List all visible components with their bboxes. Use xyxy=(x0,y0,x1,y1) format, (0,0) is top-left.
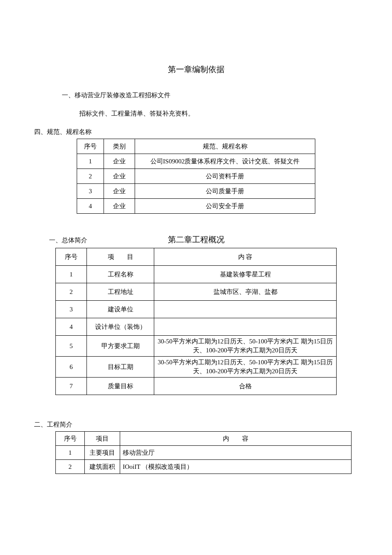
table-row: 1 主要项目 移动营业厅 xyxy=(56,446,352,460)
section4-label: 四、规范、规程名称 xyxy=(34,128,358,136)
col-item: 项目 xyxy=(85,432,120,446)
table-header-row: 序号 项 目 内 容 xyxy=(56,248,337,266)
chapter1-title: 第一章编制依据 xyxy=(34,64,358,75)
standards-table: 序号 类别 规范、规程名称 1 企业 公司IS09002质量体系程序文件、设计交… xyxy=(77,139,315,214)
table-row: 2 企业 公司资料手册 xyxy=(77,169,315,184)
table-row: 3 企业 公司质量手册 xyxy=(77,184,315,199)
col-seq: 序号 xyxy=(56,248,87,266)
chapter1-line1: 一、移动营业厅装修改造工程招标文件 xyxy=(62,91,358,99)
table-row: 2 工程地址 盐城市区、亭湖、盐都 xyxy=(56,283,337,301)
table-header-row: 序号 项目 内 容 xyxy=(56,432,352,446)
table-row: 2 建筑面积 IOoiIT （模拟改造项目） xyxy=(56,460,352,474)
table-row: 4 设计单位（装饰） xyxy=(56,318,337,336)
table-row: 4 企业 公司安全手册 xyxy=(77,199,315,214)
col-seq: 序号 xyxy=(56,432,85,446)
col-cat: 类别 xyxy=(104,139,135,154)
table-header-row: 序号 类别 规范、规程名称 xyxy=(77,139,315,154)
col-item: 项 目 xyxy=(87,248,154,266)
table-row: 3 建设单位 xyxy=(56,301,337,318)
chapter2-heading-block: 第二章工程概况 一、总体简介 xyxy=(34,234,358,245)
col-content: 内 容 xyxy=(120,432,352,446)
project-intro-label: 二、工程简介 xyxy=(34,421,358,429)
chapter1-line2: 招标文件、工程量清单、答疑补充资料。 xyxy=(79,110,358,118)
col-name: 规范、规程名称 xyxy=(135,139,315,154)
table-row: 6 目标工期 30-50平方米内工期为12日历天、50-100平方米内工 期为1… xyxy=(56,357,337,378)
overview-label: 一、总体简介 xyxy=(49,236,87,244)
table-row: 7 质量目标 合格 xyxy=(56,378,337,395)
table-row: 5 甲方要求工期 30-50平方米内工期为12日历天、50-100平方米内工 期… xyxy=(56,336,337,357)
col-seq: 序号 xyxy=(77,139,104,154)
document-page: 第一章编制依据 一、移动营业厅装修改造工程招标文件 招标文件、工程量清单、答疑补… xyxy=(0,0,392,555)
col-content: 内 容 xyxy=(154,248,337,266)
table-row: 1 工程名称 基建装修零星工程 xyxy=(56,266,337,283)
overview-table: 序号 项 目 内 容 1 工程名称 基建装修零星工程 2 工程地址 盐城市区、亭… xyxy=(55,248,337,395)
table-row: 1 企业 公司IS09002质量体系程序文件、设计交底、答疑文件 xyxy=(77,154,315,169)
project-intro-table: 序号 项目 内 容 1 主要项目 移动营业厅 2 建筑面积 IOoiIT （模拟… xyxy=(55,431,352,474)
